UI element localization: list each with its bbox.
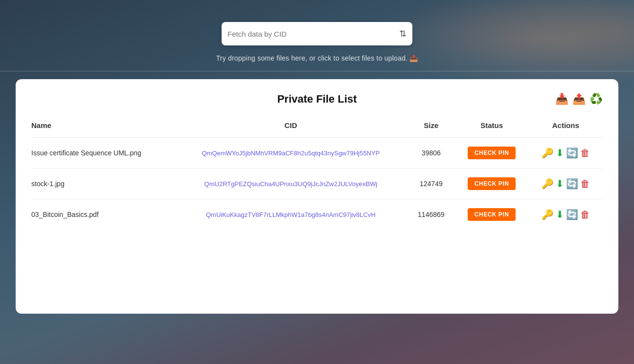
delete-icon[interactable]: 🗑 — [580, 209, 590, 220]
delete-icon[interactable]: 🗑 — [580, 178, 590, 190]
table-header-row: Name CID Size Status Actions — [31, 117, 603, 138]
check-pin-button[interactable]: CHECK PIN — [468, 208, 516, 221]
table-row: 03_Bitcoin_Basics.pdfQmUiKuKkagzTV8F7rLL… — [31, 199, 603, 230]
cell-cid: QmUiKuKkagzTV8F7rLLMkphW1a7bg8s4nAmC97ji… — [174, 199, 408, 230]
main-card: Private File List 📥 📤 ♻️ Name CID Size S… — [16, 79, 618, 314]
key-icon[interactable]: 🔑 — [542, 209, 554, 220]
table-row: Issue certificate Sequence UML.pngQmQemW… — [31, 138, 603, 169]
cid-link[interactable]: QmU2RTgPEZQsiuCha4UPnxu3UQ9jJcJnZw2JULVo… — [204, 180, 378, 188]
cell-cid: QmQemWYoJ5jbNMhVRM9aCF8h2u5qtq43nySgw79H… — [174, 138, 408, 169]
refresh-icon[interactable]: 🔄 — [566, 147, 578, 159]
cell-cid: QmU2RTgPEZQsiuCha4UPnxu3UQ9jJcJnZw2JULVo… — [174, 169, 408, 199]
cid-link[interactable]: QmQemWYoJ5jbNMhVRM9aCF8h2u5qtq43nySgw79H… — [202, 150, 380, 157]
check-pin-button[interactable]: CHECK PIN — [468, 147, 516, 159]
divider — [0, 71, 634, 71]
cell-size: 1146869 — [408, 199, 455, 230]
cell-status: CHECK PIN — [455, 138, 529, 169]
col-size: Size — [408, 117, 455, 138]
file-table: Name CID Size Status Actions Issue certi… — [31, 117, 603, 230]
cell-name: 03_Bitcoin_Basics.pdf — [31, 199, 174, 230]
recycle-icon[interactable]: ♻️ — [589, 93, 603, 106]
card-title: Private File List — [277, 93, 357, 106]
col-status: Status — [455, 117, 529, 138]
col-name: Name — [31, 117, 174, 138]
col-actions: Actions — [529, 117, 603, 138]
cell-name: stock-1.jpg — [31, 169, 174, 199]
export-icon[interactable]: 📤 — [572, 93, 586, 106]
key-icon[interactable]: 🔑 — [542, 178, 554, 190]
cell-actions: 🔑⬇🔄🗑 — [529, 199, 603, 230]
search-bar: ⇅ — [222, 22, 412, 45]
cell-status: CHECK PIN — [455, 199, 529, 230]
download-icon[interactable]: ⬇ — [556, 209, 564, 220]
refresh-icon[interactable]: 🔄 — [566, 209, 578, 220]
table-row: stock-1.jpgQmU2RTgPEZQsiuCha4UPnxu3UQ9jJ… — [31, 169, 603, 199]
cell-actions: 🔑⬇🔄🗑 — [529, 169, 603, 199]
delete-icon[interactable]: 🗑 — [580, 148, 590, 159]
refresh-icon[interactable]: 🔄 — [566, 178, 578, 190]
cell-status: CHECK PIN — [455, 169, 529, 199]
sort-icon[interactable]: ⇅ — [399, 28, 407, 39]
cid-link[interactable]: QmUiKuKkagzTV8F7rLLMkphW1a7bg8s4nAmC97ji… — [206, 211, 376, 218]
download-icon[interactable]: ⬇ — [556, 178, 564, 190]
import-icon[interactable]: 📥 — [555, 93, 568, 106]
col-cid: CID — [174, 117, 408, 138]
key-icon[interactable]: 🔑 — [542, 147, 554, 159]
cell-actions: 🔑⬇🔄🗑 — [529, 138, 603, 169]
card-header: Private File List 📥 📤 ♻️ — [31, 93, 603, 106]
dropzone-hint: Try dropping some files here, or click t… — [216, 54, 418, 62]
header-actions: 📥 📤 ♻️ — [555, 93, 603, 106]
download-icon[interactable]: ⬇ — [556, 147, 564, 159]
check-pin-button[interactable]: CHECK PIN — [468, 177, 516, 190]
search-input[interactable] — [227, 30, 399, 38]
cell-size: 124749 — [408, 169, 455, 199]
top-area: ⇅ Try dropping some files here, or click… — [0, 0, 634, 71]
cell-name: Issue certificate Sequence UML.png — [31, 138, 174, 169]
cell-size: 39806 — [408, 138, 455, 169]
